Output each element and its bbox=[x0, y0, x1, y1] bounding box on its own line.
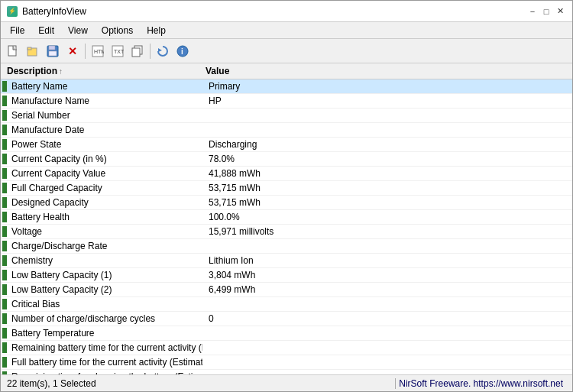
toolbar-text-report[interactable]: TXT bbox=[108, 42, 127, 60]
svg-marker-12 bbox=[158, 48, 162, 52]
close-button[interactable]: ✕ bbox=[554, 5, 566, 18]
header-value[interactable]: Value bbox=[199, 66, 572, 76]
row-value: 15,971 millivolts bbox=[202, 226, 572, 237]
row-description: Remaining battery time for the current a… bbox=[10, 342, 202, 353]
toolbar-delete[interactable]: ✕ bbox=[63, 42, 82, 60]
row-indicator bbox=[2, 139, 7, 150]
row-indicator bbox=[2, 154, 7, 164]
table-row[interactable]: Critical Bias bbox=[1, 297, 572, 312]
toolbar: ✕ HTML TXT bbox=[1, 39, 572, 63]
row-indicator bbox=[2, 125, 7, 135]
app-icon: ⚡ bbox=[7, 6, 18, 17]
toolbar-new[interactable] bbox=[4, 42, 22, 60]
window-title: BatteryInfoView bbox=[22, 6, 86, 17]
toolbar-refresh[interactable] bbox=[154, 42, 172, 60]
table-row[interactable]: Full Charged Capacity53,715 mWh bbox=[1, 181, 572, 196]
row-value: 100.0% bbox=[202, 212, 572, 222]
row-description: Voltage bbox=[10, 226, 202, 237]
svg-rect-4 bbox=[49, 46, 55, 50]
row-value: 53,715 mWh bbox=[202, 197, 572, 208]
table-row[interactable]: Voltage15,971 millivolts bbox=[1, 225, 572, 239]
svg-text:HTML: HTML bbox=[94, 49, 104, 54]
menu-file[interactable]: File bbox=[4, 24, 31, 37]
table-row[interactable]: Serial Number bbox=[1, 109, 572, 123]
row-value: Primary bbox=[202, 81, 572, 92]
table-row[interactable]: Low Battery Capacity (1)3,804 mWh bbox=[1, 268, 572, 283]
table-row[interactable]: Designed Capacity53,715 mWh bbox=[1, 196, 572, 210]
minimize-button[interactable]: − bbox=[526, 5, 539, 18]
row-description: Manufacture Name bbox=[10, 96, 202, 106]
menu-help[interactable]: Help bbox=[141, 24, 172, 37]
toolbar-separator-1 bbox=[85, 44, 86, 59]
table-row[interactable]: ChemistryLithium Ion bbox=[1, 254, 572, 268]
table-row[interactable]: Battery Health100.0% bbox=[1, 210, 572, 225]
row-value: Lithium Ion bbox=[202, 255, 572, 266]
row-description: Chemistry bbox=[10, 255, 202, 266]
row-description: Battery Health bbox=[10, 212, 202, 222]
svg-text:i: i bbox=[181, 47, 183, 56]
table-row[interactable]: Full battery time for the current activi… bbox=[1, 355, 572, 370]
toolbar-separator-2 bbox=[150, 44, 151, 59]
row-indicator bbox=[2, 270, 7, 280]
table-row[interactable]: Manufacture Date bbox=[1, 123, 572, 138]
table-row[interactable]: Battery Temperature bbox=[1, 326, 572, 341]
row-indicator bbox=[2, 212, 7, 222]
row-description: Manufacture Date bbox=[10, 125, 202, 135]
maximize-button[interactable]: □ bbox=[540, 5, 552, 18]
table-row[interactable]: Remaining battery time for the current a… bbox=[1, 341, 572, 355]
toolbar-copy[interactable] bbox=[128, 42, 147, 60]
row-indicator bbox=[2, 284, 7, 295]
content-area: Description ↑ Value Battery NamePrimaryM… bbox=[1, 63, 572, 374]
row-indicator bbox=[2, 313, 7, 324]
title-bar: ⚡ BatteryInfoView − □ ✕ bbox=[1, 1, 572, 22]
row-description: Current Capacity (in %) bbox=[10, 154, 202, 164]
row-description: Number of charge/discharge cycles bbox=[10, 313, 202, 324]
table-row[interactable]: Manufacture NameHP bbox=[1, 94, 572, 109]
row-description: Designed Capacity bbox=[10, 197, 202, 208]
row-indicator bbox=[2, 96, 7, 106]
row-value: 6,499 mWh bbox=[202, 284, 572, 295]
status-bar: 22 item(s), 1 Selected NirSoft Freeware.… bbox=[1, 374, 572, 391]
table-row[interactable]: Low Battery Capacity (2)6,499 mWh bbox=[1, 283, 572, 297]
table-row[interactable]: Power StateDischarging bbox=[1, 138, 572, 152]
window-controls: − □ ✕ bbox=[526, 5, 566, 18]
table-body: Battery NamePrimaryManufacture NameHPSer… bbox=[1, 79, 572, 374]
row-value: 3,804 mWh bbox=[202, 270, 572, 280]
row-indicator bbox=[2, 168, 7, 179]
main-window: ⚡ BatteryInfoView − □ ✕ File Edit View O… bbox=[0, 0, 573, 392]
row-indicator bbox=[2, 81, 7, 92]
table-row[interactable]: Charge/Discharge Rate bbox=[1, 239, 572, 254]
row-indicator bbox=[2, 342, 7, 353]
svg-text:TXT: TXT bbox=[114, 49, 124, 54]
row-description: Serial Number bbox=[10, 110, 202, 121]
row-description: Full Charged Capacity bbox=[10, 183, 202, 193]
row-description: Power State bbox=[10, 139, 202, 150]
table-row[interactable]: Current Capacity (in %)78.0% bbox=[1, 152, 572, 167]
menu-view[interactable]: View bbox=[62, 24, 94, 37]
svg-rect-0 bbox=[8, 46, 16, 56]
row-indicator bbox=[2, 197, 7, 208]
status-separator bbox=[395, 378, 396, 389]
row-value: 0 bbox=[202, 313, 572, 324]
table-row[interactable]: Current Capacity Value41,888 mWh bbox=[1, 167, 572, 181]
row-description: Charge/Discharge Rate bbox=[10, 241, 202, 251]
sort-arrow: ↑ bbox=[59, 67, 63, 76]
row-description: Full battery time for the current activi… bbox=[10, 357, 202, 368]
toolbar-open[interactable] bbox=[24, 42, 42, 60]
toolbar-save[interactable] bbox=[44, 42, 62, 60]
table-row[interactable]: Battery NamePrimary bbox=[1, 79, 572, 94]
svg-rect-5 bbox=[49, 51, 57, 56]
table-row[interactable]: Number of charge/discharge cycles0 bbox=[1, 312, 572, 326]
menu-edit[interactable]: Edit bbox=[32, 24, 60, 37]
row-indicator bbox=[2, 110, 7, 121]
header-description[interactable]: Description ↑ bbox=[1, 66, 199, 76]
row-value: 53,715 mWh bbox=[202, 183, 572, 193]
svg-rect-2 bbox=[28, 47, 31, 50]
toolbar-about[interactable]: i bbox=[173, 42, 192, 60]
row-indicator bbox=[2, 299, 7, 309]
row-description: Battery Name bbox=[10, 81, 202, 92]
row-indicator bbox=[2, 255, 7, 266]
menu-options[interactable]: Options bbox=[96, 24, 139, 37]
row-indicator bbox=[2, 357, 7, 368]
toolbar-html-report[interactable]: HTML bbox=[89, 42, 107, 60]
